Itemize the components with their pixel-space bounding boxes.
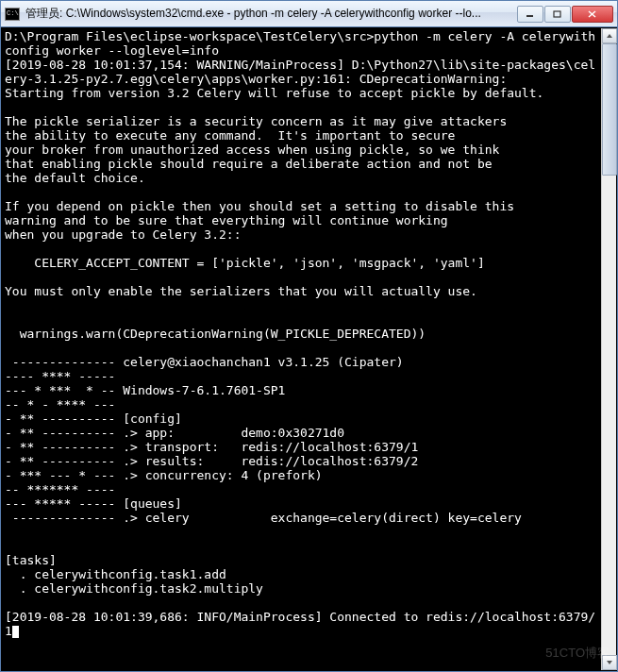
maximize-icon: [553, 10, 562, 18]
minimize-icon: [526, 10, 535, 18]
svg-marker-5: [607, 661, 612, 664]
scroll-up-button[interactable]: [602, 28, 617, 43]
close-icon: [588, 10, 597, 18]
minimize-button[interactable]: [517, 6, 543, 23]
vertical-scrollbar[interactable]: [601, 28, 616, 670]
terminal-output[interactable]: D:\Program Files\eclipse-workspace\TestC…: [1, 27, 617, 671]
svg-marker-4: [607, 34, 612, 38]
close-button[interactable]: [572, 6, 613, 23]
cmd-window: 管理员: C:\Windows\system32\cmd.exe - pytho…: [0, 0, 618, 672]
cmd-icon: [5, 8, 20, 21]
scrollbar-thumb[interactable]: [602, 43, 617, 176]
svg-rect-1: [554, 11, 560, 17]
titlebar[interactable]: 管理员: C:\Windows\system32\cmd.exe - pytho…: [1, 1, 617, 27]
chevron-down-icon: [606, 660, 613, 665]
window-controls: [516, 6, 613, 23]
chevron-up-icon: [606, 33, 613, 39]
window-title: 管理员: C:\Windows\system32\cmd.exe - pytho…: [25, 6, 516, 22]
maximize-button[interactable]: [544, 6, 571, 23]
cursor: [12, 626, 19, 638]
scroll-down-button[interactable]: [602, 655, 617, 670]
